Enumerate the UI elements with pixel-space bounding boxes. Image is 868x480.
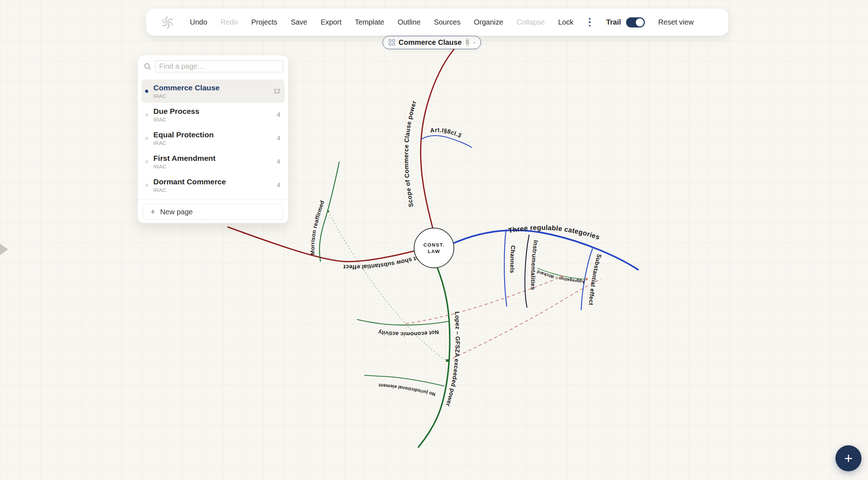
page-switcher-count-badge: 5: [465, 38, 469, 47]
outline-button[interactable]: Outline: [397, 18, 420, 26]
page-framework-label: IRAC: [153, 116, 273, 123]
trail-red-dashed-line-1: [406, 277, 562, 323]
trail-toggle[interactable]: [626, 17, 645, 27]
page-active-dot-icon: [145, 137, 148, 140]
trail-node-dot: [586, 278, 588, 280]
branch-scope-commerce[interactable]: [421, 48, 455, 229]
page-framework-label: IRAC: [153, 187, 273, 193]
label-channels[interactable]: Channels: [509, 245, 516, 273]
label-aggregation-wickard[interactable]: Aggregation – Wickard: [536, 269, 585, 284]
organize-button[interactable]: Organize: [474, 18, 503, 26]
label-not-economic[interactable]: Not economic activity: [378, 329, 439, 337]
page-node-count: 4: [277, 135, 280, 142]
trail-toggle-group: Trail: [606, 17, 645, 27]
branch-art-clause[interactable]: [421, 136, 472, 147]
branch-channels[interactable]: [504, 230, 507, 306]
panel-bottom: + New page: [138, 199, 288, 225]
page-list-item[interactable]: Due Process IRAC 4: [141, 103, 285, 127]
page-active-dot-icon: [145, 90, 148, 93]
kebab-menu-icon[interactable]: [587, 17, 593, 28]
sources-button[interactable]: Sources: [434, 18, 460, 26]
panel-search-row: [138, 55, 288, 77]
branch-morrison[interactable]: [319, 162, 339, 261]
trail-node-dot-green: [328, 211, 329, 213]
label-instrumentalities[interactable]: Instrumentalities: [530, 240, 539, 290]
page-list-item[interactable]: First Amendment IRAC 4: [141, 150, 285, 173]
page-list-item[interactable]: Dormant Commerce IRAC 4: [141, 173, 285, 197]
label-three-categories[interactable]: Three regulable categories: [508, 224, 601, 241]
page-switcher-label: Commerce Clause: [399, 38, 462, 47]
page-active-dot-icon: [145, 113, 148, 116]
toggle-knob: [636, 18, 644, 26]
page-row-text: Due Process IRAC: [153, 107, 273, 123]
page-list-item[interactable]: Commerce Clause IRAC 12: [141, 80, 285, 103]
branch-lopez[interactable]: [418, 267, 450, 447]
page-node-count: 12: [273, 88, 280, 95]
label-substantial-effect[interactable]: Substantial effect: [588, 253, 603, 305]
find-page-panel: Commerce Clause IRAC 12 Due Process IRAC…: [137, 55, 289, 223]
trail-node-square: [446, 359, 448, 362]
page-switcher-pill[interactable]: Commerce Clause 5: [383, 36, 481, 49]
save-button[interactable]: Save: [291, 18, 307, 26]
find-page-input[interactable]: [155, 60, 283, 72]
new-page-button[interactable]: + New page: [143, 204, 283, 220]
page-list: Commerce Clause IRAC 12 Due Process IRAC…: [138, 77, 288, 199]
page-active-dot-icon: [145, 160, 148, 163]
branch-not-economic[interactable]: [357, 320, 448, 325]
page-row-text: Commerce Clause IRAC: [153, 83, 270, 99]
label-no-jurisdictional[interactable]: No jurisdictional element: [378, 382, 436, 397]
branch-no-jurisdictional[interactable]: [365, 375, 444, 386]
export-button[interactable]: Export: [320, 18, 341, 26]
reset-view-button[interactable]: Reset view: [658, 18, 694, 26]
projects-button[interactable]: Projects: [251, 18, 277, 26]
page-row-text: Dormant Commerce IRAC: [153, 177, 273, 193]
page-title: Equal Protection: [153, 130, 273, 139]
plus-icon: +: [844, 451, 852, 466]
trail-label: Trail: [606, 18, 621, 26]
page-row-text: First Amendment IRAC: [153, 154, 273, 170]
page-title: Dormant Commerce: [153, 177, 273, 186]
plus-icon: +: [150, 207, 155, 217]
page-list-item[interactable]: Equal Protection IRAC 4: [141, 127, 285, 150]
page-active-dot-icon: [145, 184, 148, 187]
branch-instrumentalities[interactable]: [525, 235, 529, 307]
new-page-label: New page: [160, 208, 193, 216]
label-scope-commerce[interactable]: Scope of Commerce Clause power: [403, 100, 418, 208]
page-title: Commerce Clause: [153, 83, 270, 92]
redo-button[interactable]: Redo: [221, 18, 238, 26]
main-toolbar: Undo Redo Projects Save Export Template …: [146, 9, 728, 36]
page-title: First Amendment: [153, 154, 273, 163]
undo-button[interactable]: Undo: [190, 18, 207, 26]
template-button[interactable]: Template: [355, 18, 384, 26]
add-node-fab[interactable]: +: [835, 445, 861, 471]
central-node[interactable]: CONST. LAW: [414, 228, 454, 268]
page-node-count: 4: [277, 158, 280, 166]
pinwheel-logo-icon: [158, 13, 176, 31]
page-row-text: Equal Protection IRAC: [153, 130, 273, 146]
page-framework-label: IRAC: [153, 93, 270, 99]
branch-three-categories[interactable]: [454, 230, 638, 270]
collapse-button[interactable]: Collapse: [516, 18, 545, 26]
central-node-label-line1: CONST.: [424, 242, 445, 248]
left-edge-arrow[interactable]: [0, 244, 8, 255]
page-framework-label: IRAC: [153, 163, 273, 170]
central-node-label-line2: LAW: [428, 249, 441, 254]
chevron-up-icon[interactable]: [473, 40, 476, 45]
page-title: Due Process: [153, 107, 273, 116]
grid-icon: [389, 39, 395, 46]
page-framework-label: IRAC: [153, 140, 273, 146]
page-node-count: 4: [277, 111, 280, 119]
mindmap-canvas: Scope of Commerce Clause power Must show…: [0, 0, 868, 480]
page-node-count: 4: [277, 182, 280, 189]
lock-button[interactable]: Lock: [558, 18, 573, 26]
search-icon: [144, 63, 152, 70]
